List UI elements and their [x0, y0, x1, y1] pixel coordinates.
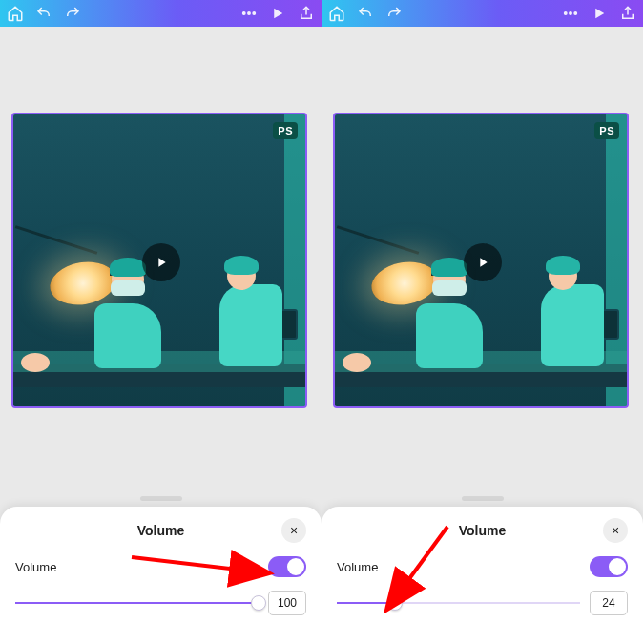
volume-sheet: Volume × Volume 100 [0, 507, 322, 644]
play-overlay-icon[interactable] [464, 243, 502, 281]
slider-fill [337, 602, 395, 604]
ps-badge: PS [594, 122, 619, 139]
sheet-handle[interactable] [140, 496, 182, 501]
svg-point-0 [243, 12, 245, 14]
home-icon[interactable] [6, 4, 25, 23]
ps-badge: PS [273, 122, 298, 139]
close-icon: × [612, 523, 619, 538]
svg-marker-3 [274, 9, 282, 19]
close-icon: × [290, 523, 298, 538]
close-button[interactable]: × [603, 518, 628, 543]
svg-point-1 [248, 12, 250, 14]
svg-point-9 [574, 12, 576, 14]
svg-point-8 [570, 12, 571, 14]
volume-sheet: Volume × Volume 24 [322, 507, 643, 644]
svg-marker-10 [595, 9, 604, 19]
editor-canvas[interactable]: PS [0, 27, 322, 404]
play-overlay-icon[interactable] [142, 243, 180, 281]
redo-icon[interactable] [63, 4, 82, 23]
volume-label: Volume [337, 560, 378, 574]
share-icon[interactable] [297, 4, 316, 23]
pane-right: PS Volume × Volume 24 [322, 0, 643, 644]
slider-fill [15, 602, 259, 604]
video-element[interactable]: PS [11, 113, 307, 408]
undo-icon[interactable] [356, 4, 375, 23]
redo-icon[interactable] [384, 4, 404, 23]
volume-label: Volume [15, 560, 56, 574]
top-toolbar [0, 0, 322, 27]
sheet-handle[interactable] [462, 496, 504, 501]
volume-value[interactable]: 24 [590, 591, 628, 615]
play-icon[interactable] [590, 4, 609, 23]
svg-point-2 [253, 12, 255, 14]
close-button[interactable]: × [281, 518, 306, 543]
volume-slider[interactable] [15, 593, 259, 613]
play-icon[interactable] [268, 4, 287, 23]
volume-toggle[interactable] [590, 556, 628, 577]
slider-thumb[interactable] [387, 595, 403, 611]
home-icon[interactable] [327, 4, 346, 23]
top-toolbar [322, 0, 643, 27]
volume-slider[interactable] [337, 593, 580, 613]
share-icon[interactable] [618, 4, 637, 23]
slider-thumb[interactable] [251, 595, 266, 611]
sheet-title: Volume [137, 523, 185, 538]
sheet-title: Volume [459, 523, 507, 538]
svg-point-7 [565, 12, 567, 14]
volume-toggle[interactable] [268, 556, 306, 577]
svg-marker-11 [480, 258, 487, 266]
more-icon[interactable] [561, 4, 580, 23]
volume-value[interactable]: 100 [268, 591, 306, 615]
svg-marker-4 [158, 258, 165, 266]
editor-canvas[interactable]: PS [322, 27, 643, 404]
pane-left: PS Volume × Volume 100 [0, 0, 322, 644]
video-element[interactable]: PS [333, 113, 629, 408]
more-icon[interactable] [239, 4, 259, 23]
undo-icon[interactable] [34, 4, 53, 23]
